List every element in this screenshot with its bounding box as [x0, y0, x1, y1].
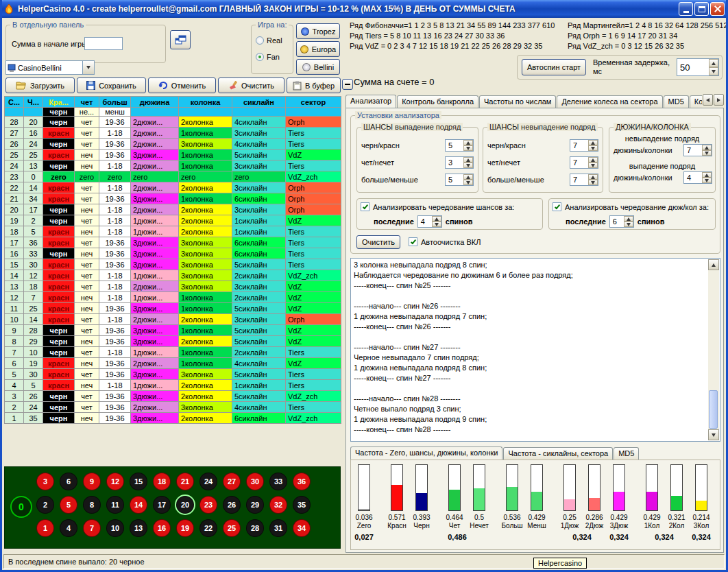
spinner-up-button[interactable]	[588, 140, 598, 145]
clear-table-button[interactable]: Очистить	[218, 78, 284, 93]
roulette-number-6[interactable]: 6	[60, 473, 77, 490]
analysis-log[interactable]: 3 колонка невыпадала подряд 8 спин; Набл…	[350, 258, 720, 442]
main-tab-1[interactable]: Контроль банкролла	[397, 95, 478, 108]
roulette-number-13[interactable]: 13	[130, 519, 147, 537]
spins-table-row[interactable]: 192чернчет1-181дюжи...2колонка1сиклайнVd…	[5, 215, 341, 226]
undo-button[interactable]: Отменить	[148, 78, 216, 93]
load-button[interactable]: Загрузить	[5, 78, 75, 93]
spins-table-row[interactable]: 230zerozerozerozerozerozeroVdZ_zch	[5, 171, 341, 182]
roulette-number-34[interactable]: 34	[293, 519, 311, 537]
absent-spinner-value[interactable]: 7	[570, 140, 588, 151]
spinner-down-button[interactable]	[709, 67, 718, 75]
autoclear-checkbox[interactable]	[409, 237, 417, 246]
roulette-number-27[interactable]: 27	[223, 473, 241, 490]
radio-fan[interactable]: Fan	[256, 53, 280, 61]
spins-table-row[interactable]: 2624чернчет19-362дюжи...3колонка4сиклайн…	[5, 139, 341, 150]
spins-table-row[interactable]: 2214краснчет1-182дюжи...2колонка3сиклайн…	[5, 182, 341, 193]
scrollbar-thumb[interactable]	[709, 390, 718, 429]
combo-dropdown-button[interactable]	[82, 61, 94, 74]
spins-table-row[interactable]: 2820чернчет19-362дюжи...2колонка4сиклайн…	[5, 117, 341, 128]
spins-table-row[interactable]: 1318краснчет1-182дюжи...3колонка3сиклайн…	[5, 281, 341, 292]
copy-buffer-button[interactable]: В буфер	[287, 78, 341, 93]
log-scrollbar[interactable]	[708, 259, 719, 440]
tropez-button[interactable]: Tropez	[296, 23, 340, 39]
appear-spinner-value[interactable]: 3	[446, 157, 463, 168]
roulette-number-26[interactable]: 26	[223, 496, 241, 514]
spins-table-row[interactable]: 45красннеч1-181дюжи...2колонка1сиклайнTi…	[5, 380, 341, 391]
roulette-number-18[interactable]: 18	[153, 473, 171, 490]
roulette-number-35[interactable]: 35	[293, 496, 311, 514]
roulette-number-7[interactable]: 7	[83, 519, 101, 537]
appear-spinner-value[interactable]: 5	[446, 174, 463, 185]
freq-tab-0[interactable]: Частота - Zero, шансы, дюжины, колонки	[350, 446, 502, 460]
freq-tab-2[interactable]: MD5	[614, 447, 639, 460]
spinner-up-button[interactable]	[702, 145, 712, 150]
scroll-up-button[interactable]	[708, 259, 719, 270]
roulette-number-31[interactable]: 31	[269, 519, 287, 537]
roulette-number-9[interactable]: 9	[83, 473, 101, 490]
spins-table-row[interactable]: 928чернчет19-363дюжи...1колонка5сиклайнV…	[5, 325, 341, 336]
roulette-number-15[interactable]: 15	[130, 473, 147, 490]
roulette-number-5[interactable]: 5	[60, 496, 77, 514]
europa-button[interactable]: Europa	[296, 41, 340, 57]
autospin-start-button[interactable]: Автоспин старт	[522, 59, 586, 75]
spinner-down-button[interactable]	[624, 222, 633, 227]
spins-table-row[interactable]: 185красннеч1-181дюжи...2колонка1сиклайнT…	[5, 226, 341, 237]
roulette-number-30[interactable]: 30	[246, 473, 264, 490]
absent-spinner-value[interactable]: 7	[570, 157, 588, 168]
main-tab-2[interactable]: Частоты по числам	[479, 95, 556, 108]
spins-table-row[interactable]: 2716краснчет1-182дюжи...1колонка3сиклайн…	[5, 128, 341, 139]
spins-table-row[interactable]: 135черннеч19-363дюжи...2колонка6сиклайнV…	[5, 413, 341, 424]
spinner-down-button[interactable]	[702, 178, 712, 183]
spinner-down-button[interactable]	[463, 163, 473, 168]
spinner-up-button[interactable]	[432, 216, 441, 222]
spins-table-row[interactable]: 1633черннеч19-363дюжи...3колонка6сиклайн…	[5, 248, 341, 259]
appear-spinner-value[interactable]: 5	[446, 140, 463, 151]
main-tab-0[interactable]: Анализатор	[345, 95, 396, 108]
spinner-up-button[interactable]	[588, 174, 598, 180]
close-button[interactable]	[710, 2, 725, 16]
popout-panel-button[interactable]	[170, 30, 191, 49]
freq-tab-1[interactable]: Частота - сиклайны, сектора	[503, 447, 613, 460]
spins-table-row[interactable]: 1412краснчет1-181дюжи...3колонка2сиклайн…	[5, 270, 341, 281]
clear-log-button[interactable]: Очистить	[356, 235, 400, 249]
save-button[interactable]: Сохранить	[77, 78, 146, 93]
spins-table-row[interactable]: 2525красннеч19-363дюжи...1колонка5сиклай…	[5, 150, 341, 160]
roulette-number-10[interactable]: 10	[106, 519, 124, 537]
spinner-down-button[interactable]	[588, 145, 598, 151]
spins-table-row[interactable]: 127красннеч1-181дюжи...1колонка2сиклайнV…	[5, 292, 341, 303]
spins-table-row[interactable]: 1125красннеч19-363дюжи...1колонка5сиклай…	[5, 303, 341, 314]
scroll-down-button[interactable]	[708, 429, 719, 440]
dozen-appear-spinner-value[interactable]: 4	[684, 172, 702, 183]
minimize-button[interactable]	[679, 2, 693, 16]
radio-real[interactable]: Real	[256, 36, 282, 45]
spins-table-row[interactable]: 326чернчет19-363дюжи...2колонка5сиклайнV…	[5, 391, 341, 402]
roulette-number-33[interactable]: 33	[269, 473, 287, 490]
spinner-down-button[interactable]	[463, 145, 473, 151]
spins-table-row[interactable]: 2134краснчет19-363дюжи...1колонка6сиклай…	[5, 193, 341, 204]
spinner-down-button[interactable]	[432, 222, 441, 227]
roulette-number-8[interactable]: 8	[83, 496, 101, 514]
collapse-button[interactable]	[342, 79, 353, 90]
spins-table-row[interactable]: 530краснчет19-363дюжи...3колонка5сиклайн…	[5, 369, 341, 380]
spins-table-row[interactable]: 1014краснчет1-182дюжи...2колонка3сиклайн…	[5, 314, 341, 325]
roulette-number-19[interactable]: 19	[176, 519, 194, 537]
spins-table-row[interactable]: 1736краснчет19-363дюжи...3колонка6сиклай…	[5, 237, 341, 248]
bellini-button[interactable]: Bellini	[296, 59, 340, 75]
dozen-absent-spinner-value[interactable]: 7	[684, 145, 702, 156]
roulette-number-20[interactable]: 20	[176, 496, 194, 514]
spinner-down-button[interactable]	[588, 163, 598, 168]
spinner-down-button[interactable]	[463, 180, 473, 185]
alt-dozen-checkbox[interactable]	[553, 202, 561, 211]
maximize-button[interactable]	[694, 2, 709, 16]
roulette-number-23[interactable]: 23	[199, 496, 217, 514]
absent-spinner-value[interactable]: 7	[570, 174, 588, 185]
spins-table-row[interactable]: 2017черннеч1-182дюжи...2колонка3сиклайнO…	[5, 204, 341, 215]
roulette-number-21[interactable]: 21	[176, 473, 194, 490]
spinner-up-button[interactable]	[463, 140, 473, 145]
delay-spinner-value[interactable]: 50	[677, 59, 709, 75]
spinner-up-button[interactable]	[588, 157, 598, 163]
spinner-up-button[interactable]	[709, 59, 718, 67]
roulette-number-28[interactable]: 28	[246, 519, 264, 537]
spins-table-row[interactable]: 829черннеч19-363дюжи...2колонка5сиклайнV…	[5, 336, 341, 347]
